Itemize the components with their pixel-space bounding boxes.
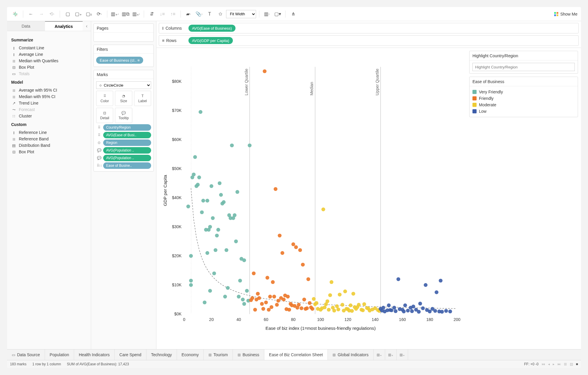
attachment-icon[interactable]: 📎·	[194, 9, 204, 19]
svg-text:$20K: $20K	[172, 253, 182, 258]
rows-shelf[interactable]: ≡Rows AVG(GDP per Capita)	[159, 35, 579, 46]
undo-redo-icon[interactable]: ⟲·	[47, 9, 57, 19]
worksheet-tab[interactable]: Care Spend	[115, 349, 146, 360]
svg-point-48	[223, 295, 227, 299]
swap-icon[interactable]: ⇵	[147, 9, 156, 19]
mark-pill[interactable]: AVG(Population ..	[103, 155, 151, 161]
marks-tooltip[interactable]: 💬Tooltip	[115, 108, 132, 123]
new-data-icon[interactable]: ▢₊	[74, 9, 83, 19]
legend-item[interactable]: Moderate	[472, 102, 575, 108]
legend-item[interactable]: Very Friendly	[472, 89, 575, 95]
item-box-plot-2[interactable]: ⊟Box Plot	[11, 149, 87, 155]
pill-type-icon: ⠿	[96, 125, 102, 130]
presentation-icon[interactable]: ▢▾	[273, 9, 282, 19]
mark-pill[interactable]: AVG(Population ..	[103, 147, 151, 154]
collapse-left-icon[interactable]: ‹	[83, 21, 91, 31]
item-ref-band[interactable]: ⫼Reference Band	[11, 136, 87, 142]
marks-type-selector[interactable]: ○ CircleCircle	[96, 81, 151, 89]
legend-swatch	[472, 96, 477, 100]
marks-label[interactable]: TLabel	[134, 91, 151, 106]
tab-data-source[interactable]: ▭Data Source	[7, 349, 45, 360]
svg-text:Lower Quartile: Lower Quartile	[244, 69, 249, 95]
save-icon[interactable]: ▢	[63, 9, 72, 19]
pause-data-icon[interactable]: ▢ᵢᵢ	[84, 9, 93, 19]
svg-point-126	[332, 309, 336, 312]
svg-point-112	[312, 297, 316, 301]
svg-point-61	[241, 298, 245, 302]
refresh-icon[interactable]: ⟳·	[95, 9, 104, 19]
duplicate-icon[interactable]: ▥⧉	[121, 9, 130, 19]
item-totals: ▭Totals	[11, 70, 87, 77]
item-trend-line[interactable]: ↗Trend Line	[11, 100, 87, 106]
show-cards-icon[interactable]: ▥·	[262, 9, 272, 19]
tab-data[interactable]: Data	[7, 21, 45, 31]
worksheet-tab[interactable]: ⊞Tourism	[204, 349, 233, 360]
item-box-plot[interactable]: ⊟Box Plot	[11, 64, 87, 70]
new-dashboard-button[interactable]: ⊞₊	[385, 349, 397, 360]
back-icon[interactable]: ←	[26, 9, 36, 19]
mark-pill[interactable]: Country/Region	[103, 124, 151, 131]
worksheet-tab[interactable]: Ease of Biz Correlation Sheet	[264, 349, 328, 360]
worksheet-tab[interactable]: Population	[45, 349, 74, 360]
chart[interactable]: Lower QuartileMedianUpper Quartile$0K$10…	[156, 48, 469, 349]
view-fill-icon[interactable]: ■	[576, 362, 578, 366]
item-average-line[interactable]: ⫿Average Line	[11, 51, 87, 58]
new-story-button[interactable]: ⊞₊	[397, 349, 408, 360]
item-median-quartiles[interactable]: ⫼Median with Quartiles	[11, 58, 87, 64]
marks-size[interactable]: ◔Size	[115, 91, 132, 106]
svg-point-181	[435, 290, 438, 294]
mark-pill[interactable]: AVG(Ease of Busi..	[103, 132, 151, 138]
new-sheet-button[interactable]: ⊞₊	[374, 349, 385, 360]
worksheet-tab[interactable]: ⊞Global Indicators	[328, 349, 373, 360]
new-worksheet-icon[interactable]: ▥₊·	[110, 9, 120, 19]
nav-next-icon[interactable]: ▸	[553, 362, 554, 366]
view-grid-icon[interactable]: ⊞	[564, 362, 567, 366]
fit-selector[interactable]: Fit Width	[226, 10, 256, 18]
legend-item[interactable]: Low	[472, 108, 575, 115]
item-ref-line[interactable]: ⫿Reference Line	[11, 129, 87, 136]
nav-prev-icon[interactable]: ◂	[548, 362, 550, 366]
nav-first-icon[interactable]: ⏮	[542, 362, 545, 366]
filter-pill[interactable]: Ease of Business (cl.. ≡	[96, 57, 143, 64]
columns-pill[interactable]: AVG(Ease of Business)	[188, 25, 235, 32]
svg-point-70	[253, 308, 257, 312]
worksheet-tab[interactable]: Health Indicators	[74, 349, 115, 360]
pin-icon[interactable]: ✩	[216, 9, 225, 19]
svg-point-183	[439, 279, 442, 282]
label-icon[interactable]: T	[205, 9, 214, 19]
item-dist-band[interactable]: ▤Distribution Band	[11, 142, 87, 149]
highlight-icon[interactable]: ▰·	[184, 9, 193, 19]
svg-text:120: 120	[344, 317, 351, 322]
columns-shelf[interactable]: ⦀Columns AVG(Ease of Business)	[159, 23, 579, 33]
show-me-button[interactable]: Show Me	[554, 12, 577, 16]
nav-last-icon[interactable]: ⏭	[557, 362, 561, 366]
share-icon[interactable]: ⋔	[288, 9, 298, 19]
mark-pill[interactable]: Region	[103, 139, 151, 146]
worksheet-tab[interactable]: Economy	[177, 349, 204, 360]
clear-icon[interactable]: ▥ₓ·	[131, 9, 141, 19]
worksheet-tab[interactable]: ⊞Business	[233, 349, 264, 360]
svg-point-163	[396, 277, 400, 281]
mark-pill[interactable]: Ease of Busine..	[103, 162, 151, 169]
svg-point-107	[305, 306, 309, 310]
forward-icon[interactable]: →	[37, 9, 46, 19]
forecast-icon: ⤳	[11, 107, 16, 112]
worksheet-tab[interactable]: Technology	[146, 349, 177, 360]
highlight-input[interactable]	[472, 63, 575, 71]
item-median-ci[interactable]: ⫼Median with 95% CI	[11, 93, 87, 100]
marks-color[interactable]: ⠿Color	[96, 91, 113, 106]
logo-icon[interactable]	[11, 9, 20, 19]
legend-item[interactable]: Friendly	[472, 95, 575, 102]
filters-header: Filters	[94, 45, 153, 54]
svg-point-34	[206, 251, 209, 255]
sort-desc-icon[interactable]: ↑≡	[168, 9, 178, 19]
item-avg-ci[interactable]: ⫼Average with 95% CI	[11, 87, 87, 93]
rows-pill[interactable]: AVG(GDP per Capita)	[188, 37, 233, 44]
marks-detail[interactable]: ⊡Detail	[96, 108, 113, 123]
item-constant-line[interactable]: ⫿Constant Line	[11, 45, 87, 51]
tab-analytics[interactable]: Analytics	[45, 21, 83, 31]
svg-text:200: 200	[454, 317, 461, 322]
view-list-icon[interactable]: ▤	[570, 362, 573, 366]
item-cluster[interactable]: ∷Cluster	[11, 113, 87, 119]
sort-asc-icon[interactable]: ↓≡	[158, 9, 167, 19]
